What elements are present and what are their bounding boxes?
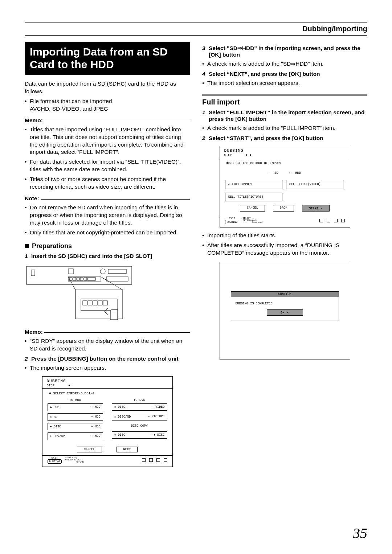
- memo-rule: [44, 332, 190, 333]
- full-import-heading: Full import: [202, 94, 367, 106]
- confirm-dialog: CONFIRM DUBBING IS COMPLETED OK↖: [231, 291, 339, 320]
- step-2-result: The importing screen appears.: [25, 364, 190, 372]
- title-box: Importing Data from an SD Card to the HD…: [25, 42, 190, 75]
- step-2-text: Press the [DUBBING] button on the remote…: [31, 356, 190, 362]
- option-usb-hdd[interactable]: ⏏ USB→ HDD: [48, 403, 103, 411]
- confirm-screen: CONFIRM DUBBING IS COMPLETED OK↖: [220, 262, 350, 360]
- svg-rect-12: [87, 278, 95, 280]
- svg-rect-4: [108, 269, 126, 274]
- after-text-2: After titles are successfully imported, …: [202, 242, 367, 257]
- screen-footer: EXIT DUBBING SELECT ─┐ OPTION─◐─OK └─RET…: [42, 456, 172, 467]
- cancel-button[interactable]: CANCEL: [240, 205, 265, 212]
- screen-button-row: CANCEL BACK START↖: [225, 201, 345, 214]
- placeholder-icon: [341, 219, 345, 222]
- svg-rect-7: [69, 278, 72, 280]
- screen-title: DUBBING: [220, 146, 350, 153]
- confirm-heading: CONFIRM: [231, 292, 339, 297]
- note-heading: Note:: [25, 195, 190, 202]
- dubbing-pill: DUBBING: [48, 459, 62, 464]
- screen-instruction: ✱SELECT THE METHOD OF IMPORT: [220, 159, 350, 167]
- svg-rect-1: [31, 270, 35, 276]
- page-title: Importing Data from an SD Card to the HD…: [30, 46, 185, 71]
- page-number: 35: [353, 525, 367, 542]
- header-category: Dubbing/Importing: [302, 25, 367, 33]
- svg-rect-11: [84, 278, 87, 280]
- label-disc-copy: DISC COPY: [112, 423, 167, 429]
- memo-heading: Memo:: [25, 117, 190, 124]
- preparations-label: Preparations: [32, 242, 72, 250]
- option-sd-hdd[interactable]: ▯ SD→ HDD: [48, 413, 103, 421]
- svg-rect-9: [77, 278, 79, 280]
- formats-line1: File formats that can be imported: [25, 98, 190, 105]
- memo-item: Titles that are imported using “FULL IMP…: [25, 126, 190, 156]
- option-disc-hdd[interactable]: ● DISC→ HDD: [48, 423, 103, 430]
- ok-button[interactable]: OK↖: [267, 309, 303, 316]
- screen-step: STEP ●: [42, 384, 172, 387]
- step-3-result: A check mark is added to the "SD⇒HDD" it…: [202, 60, 367, 68]
- left-column: Importing Data from an SD Card to the HD…: [25, 42, 190, 471]
- svg-rect-6: [106, 277, 128, 281]
- exit-label: EXIT: [48, 456, 62, 459]
- svg-rect-8: [73, 278, 76, 280]
- after-text-1: Importing of the titles starts.: [202, 232, 367, 239]
- step-4-result: The import selection screen appears.: [202, 79, 367, 87]
- next-button[interactable]: NEXT: [117, 447, 138, 452]
- svg-line-15: [101, 277, 123, 290]
- option-sel-title-picture[interactable]: SEL. TITLE(PICTURE): [225, 193, 282, 201]
- screen-instruction: ✱ SELECT IMPORT/DUBBING: [42, 389, 172, 397]
- full-step-2-text: Select “START”, and press the [OK] butto…: [209, 135, 367, 141]
- method-ui: ▯ SD ▸ HDD ✔FULL IMPORT SEL. TITLE(VIDEO…: [220, 167, 350, 215]
- placeholder-icon: [156, 458, 160, 462]
- columns: Importing Data from an SD Card to the HD…: [25, 42, 367, 471]
- intro-text: Data can be imported from a SD (SDHC) ca…: [25, 80, 190, 95]
- cancel-button[interactable]: CANCEL: [77, 447, 102, 452]
- cursor-icon: ↖: [287, 310, 289, 315]
- svg-point-3: [100, 269, 105, 274]
- cursor-icon: ↖: [320, 206, 323, 210]
- preparations-heading: Preparations: [25, 242, 190, 250]
- right-column: 3Select "SD⇒HDD" in the importing screen…: [202, 42, 367, 471]
- option-sel-title-video[interactable]: SEL. TITLE(VIDEO): [286, 180, 343, 189]
- option-disc-disc[interactable]: ● DISC→ ● DISC: [112, 431, 167, 439]
- memo-label: Memo:: [25, 329, 43, 335]
- placeholder-icon: [334, 219, 338, 222]
- square-bullet-icon: [25, 244, 29, 248]
- nav-hint: SELECT ─┐ OPTION─◐─OK └─RETURN: [65, 457, 83, 463]
- note-item: Do not remove the SD card when importing…: [25, 204, 190, 227]
- svg-line-14: [68, 277, 75, 290]
- screen-step: STEP ● ●: [220, 153, 350, 157]
- back-button[interactable]: BACK: [273, 205, 294, 212]
- note-rule: [41, 199, 190, 200]
- dubbing-pill: DUBBING: [225, 220, 239, 224]
- method-path: ▯ SD ▸ HDD: [225, 167, 345, 180]
- option-full-import[interactable]: ✔FULL IMPORT: [225, 180, 282, 189]
- step-1-text: Insert the SD (SDHC) card into the [SD S…: [31, 253, 190, 259]
- confirm-message: DUBBING IS COMPLETED: [231, 300, 339, 309]
- full-step-1-text: Select “FULL IMPORT” in the import selec…: [209, 109, 367, 122]
- svg-rect-2: [68, 269, 73, 274]
- option-hdv-hdd[interactable]: ➤ HDV/DV→ HDD: [48, 432, 103, 440]
- placeholder-icon: [142, 458, 146, 462]
- sd-slot-illustration: [25, 264, 134, 321]
- memo-label: Memo:: [25, 117, 43, 124]
- option-discsd-picture[interactable]: ▯ DISC/SD← PICTURE: [112, 413, 167, 420]
- step-4: 4Select “NEXT”, and press the [OK] butto…: [202, 71, 367, 77]
- col-header-to-hdd: TO HDD: [48, 397, 103, 403]
- svg-rect-22: [110, 311, 118, 320]
- screen-options: TO HDD ⏏ USB→ HDD ▯ SD→ HDD ● DISC→ HDD …: [42, 397, 172, 444]
- memo-rule: [44, 121, 190, 121]
- page: Dubbing/Importing Importing Data from an…: [0, 0, 392, 554]
- step-3-text: Select "SD⇒HDD" in the importing screen,…: [209, 45, 367, 58]
- placeholder-icon: [327, 219, 330, 222]
- screen-button-row: CANCEL NEXT: [42, 444, 172, 455]
- step-3: 3Select "SD⇒HDD" in the importing screen…: [202, 45, 367, 58]
- exit-label: EXIT: [225, 217, 239, 220]
- option-disc-video[interactable]: ● DISC← VIDEO: [112, 403, 167, 411]
- formats-line2: AVCHD, SD-VIDEO, and JPEG: [25, 105, 190, 113]
- screen-title: DUBBING: [42, 377, 172, 384]
- memo-sd-rdy: “SD RDY” appears on the display window o…: [25, 337, 190, 353]
- full-step-1: 1Select “FULL IMPORT” in the import sele…: [202, 109, 367, 122]
- col-header-to-dvd: TO DVD: [112, 397, 167, 403]
- header: Dubbing/Importing: [25, 25, 367, 35]
- start-button[interactable]: START↖: [302, 205, 330, 212]
